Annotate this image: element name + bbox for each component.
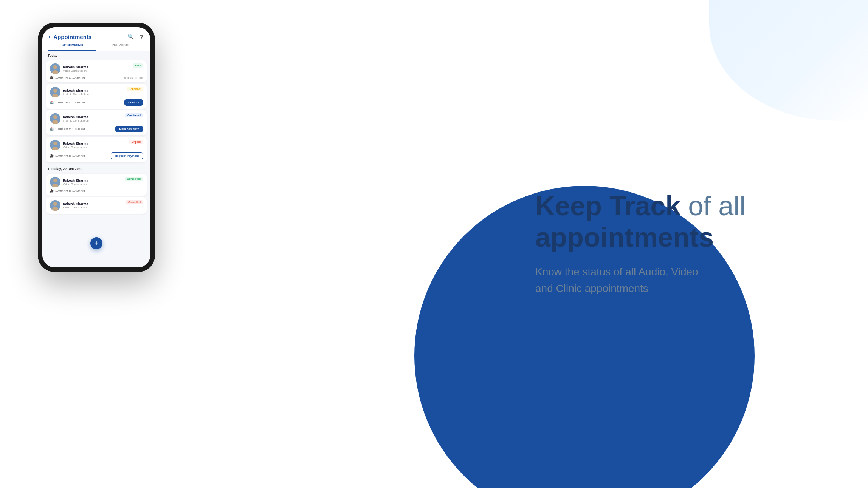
patient-name-5: Rakesh Sharma [63, 179, 88, 182]
video-icon-5: 🎥 [50, 189, 54, 193]
svg-point-16 [53, 202, 57, 206]
status-badge-5: Completed [125, 177, 143, 181]
time-left-1: 6 hr 20 min left [124, 76, 143, 79]
appointment-card-4[interactable]: Rakesh Sharma Video Consultation Unpaid … [46, 137, 147, 162]
avatar-5 [50, 177, 60, 187]
video-icon-1: 🎥 [50, 76, 54, 79]
tab-previous[interactable]: PREVIOUS [96, 40, 144, 51]
bg-decoration-top-right [709, 0, 868, 121]
appointment-time-4: 10:00 AM to 10:30 AM [55, 154, 85, 158]
page-title: Appointments [53, 34, 122, 40]
svg-point-13 [53, 179, 57, 182]
phone-frame: ‹ Appointments 🔍 ⛛ UPCOMMING PREVIOUS To… [38, 23, 155, 272]
tab-upcoming[interactable]: UPCOMMING [48, 40, 96, 51]
consult-type-4: Video Consultation [63, 145, 88, 149]
phone-screen: ‹ Appointments 🔍 ⛛ UPCOMMING PREVIOUS To… [42, 27, 150, 267]
appointment-card-5[interactable]: Rakesh Sharma Video Consultation Complet… [46, 174, 147, 196]
svg-point-1 [53, 65, 57, 69]
svg-point-7 [53, 115, 57, 119]
avatar-3 [50, 113, 60, 124]
patient-name-3: Rakesh Sharma [63, 115, 89, 119]
appointment-card-6[interactable]: Rakesh Sharma Video Consultation Cancell… [46, 197, 147, 214]
svg-point-10 [53, 142, 57, 145]
back-button[interactable]: ‹ [48, 33, 50, 40]
consult-type-2: In clinic Consultation [63, 93, 89, 96]
patient-name-2: Rakesh Sharma [63, 89, 89, 93]
avatar-2 [50, 87, 60, 97]
clinic-icon-2: 🏥 [50, 101, 54, 104]
search-icon[interactable]: 🔍 [127, 34, 134, 40]
confirm-button[interactable]: Confirm [124, 99, 143, 106]
patient-info-6: Rakesh Sharma Video Consultation [50, 200, 88, 211]
appointment-card-3[interactable]: Rakesh Sharma In clinic Consultation Con… [46, 110, 147, 135]
status-badge-2: Tentative [127, 87, 143, 91]
video-icon-4: 🎥 [50, 154, 54, 158]
headline: Keep Track of all appointments [535, 190, 830, 253]
consult-type-3: In clinic Consultation [63, 119, 89, 122]
headline-light: of all [680, 191, 746, 221]
appointment-time-1: 10:00 AM to 10:30 AM [55, 76, 85, 79]
section-today: Today [42, 51, 150, 59]
request-payment-button[interactable]: Request Payment [111, 152, 143, 159]
patient-info-3: Rakesh Sharma In clinic Consultation [50, 113, 89, 124]
marketing-text-section: Keep Track of all appointments Know the … [535, 190, 830, 297]
avatar-1 [50, 63, 60, 74]
patient-info-1: Rakesh Sharma Video Consultation [50, 63, 88, 74]
add-appointment-fab[interactable]: + [90, 237, 102, 249]
appointment-time-5: 10:00 AM to 10:30 AM [55, 189, 85, 193]
headline-bold-1: Keep Track [535, 191, 680, 221]
status-badge-3: Confirmed [125, 113, 143, 117]
patient-info-5: Rakesh Sharma Video Consultation [50, 177, 88, 187]
appointment-time-3: 10:00 AM to 10:30 AM [55, 127, 85, 131]
avatar-6 [50, 200, 60, 211]
patient-name-6: Rakesh Sharma [63, 202, 88, 206]
appointment-card-2[interactable]: Rakesh Sharma In clinic Consultation Ten… [46, 84, 147, 109]
consult-type-1: Video Consultation [63, 69, 88, 73]
tab-bar: UPCOMMING PREVIOUS [42, 40, 150, 51]
consult-type-5: Video Consultation [63, 182, 88, 186]
headline-bold-2: appointments [535, 222, 714, 252]
appointments-list: Today [42, 51, 150, 267]
patient-name-1: Rakesh Sharma [63, 65, 88, 69]
svg-point-4 [53, 89, 57, 93]
section-tuesday: Tuesday, 22 Dec 2020 [42, 164, 150, 172]
patient-name-4: Rakesh Sharma [63, 142, 88, 145]
appointment-card-1[interactable]: Rakesh Sharma Video Consultation Paid 🎥 … [46, 60, 147, 82]
status-badge-4: Unpaid [129, 140, 143, 144]
consult-type-6: Video Consultation [63, 206, 88, 209]
filter-icon[interactable]: ⛛ [139, 34, 144, 40]
subheadline: Know the status of all Audio, Videoand C… [535, 264, 830, 298]
clinic-icon-3: 🏥 [50, 127, 54, 131]
patient-info-2: Rakesh Sharma In clinic Consultation [50, 87, 89, 97]
patient-info-4: Rakesh Sharma Video Consultation [50, 140, 88, 150]
status-badge-6: Cancelled [126, 200, 143, 204]
phone-mockup: ‹ Appointments 🔍 ⛛ UPCOMMING PREVIOUS To… [38, 23, 155, 272]
avatar-4 [50, 140, 60, 150]
appointment-time-2: 10:00 AM to 10:30 AM [55, 101, 85, 104]
mark-complete-button[interactable]: Mark complete [115, 126, 143, 132]
app-header: ‹ Appointments 🔍 ⛛ [42, 27, 150, 40]
status-badge-1: Paid [133, 63, 143, 68]
